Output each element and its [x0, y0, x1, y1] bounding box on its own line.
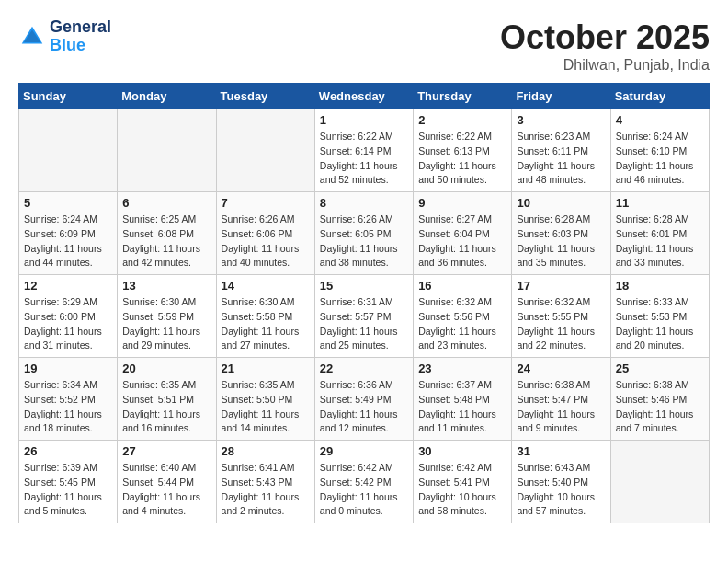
day-info: Sunrise: 6:32 AMSunset: 5:55 PMDaylight:… — [517, 295, 605, 353]
day-info: Sunrise: 6:30 AMSunset: 5:59 PMDaylight:… — [122, 295, 210, 353]
calendar-cell: 9Sunrise: 6:27 AMSunset: 6:04 PMDaylight… — [414, 192, 512, 275]
calendar-cell: 18Sunrise: 6:33 AMSunset: 5:53 PMDayligh… — [610, 275, 709, 358]
calendar-cell: 31Sunrise: 6:43 AMSunset: 5:40 PMDayligh… — [512, 441, 610, 523]
day-info: Sunrise: 6:41 AMSunset: 5:43 PMDaylight:… — [222, 461, 310, 519]
calendar-cell — [19, 109, 118, 192]
calendar-cell: 20Sunrise: 6:35 AMSunset: 5:51 PMDayligh… — [118, 358, 216, 441]
day-info: Sunrise: 6:24 AMSunset: 6:10 PMDaylight:… — [616, 130, 704, 188]
day-info: Sunrise: 6:42 AMSunset: 5:41 PMDaylight:… — [418, 461, 506, 519]
day-info: Sunrise: 6:42 AMSunset: 5:42 PMDaylight:… — [320, 461, 408, 519]
day-number: 10 — [517, 196, 605, 210]
day-info: Sunrise: 6:34 AMSunset: 5:52 PMDaylight:… — [24, 378, 112, 436]
day-info: Sunrise: 6:38 AMSunset: 5:47 PMDaylight:… — [517, 378, 605, 436]
calendar-cell: 6Sunrise: 6:25 AMSunset: 6:08 PMDaylight… — [118, 192, 216, 275]
weekday-header-tuesday: Tuesday — [216, 84, 314, 109]
day-number: 7 — [222, 196, 310, 210]
day-number: 25 — [616, 362, 704, 375]
day-number: 14 — [222, 279, 310, 293]
day-number: 8 — [320, 196, 408, 210]
weekday-header-saturday: Saturday — [610, 84, 709, 109]
calendar-body: 1Sunrise: 6:22 AMSunset: 6:14 PMDaylight… — [19, 109, 710, 523]
calendar-cell — [118, 109, 216, 192]
calendar-cell — [610, 441, 709, 523]
weekday-header-row: SundayMondayTuesdayWednesdayThursdayFrid… — [19, 84, 710, 109]
day-number: 21 — [222, 362, 310, 375]
day-number: 30 — [418, 444, 506, 458]
day-number: 18 — [616, 279, 704, 293]
day-number: 5 — [24, 196, 112, 210]
calendar-cell: 19Sunrise: 6:34 AMSunset: 5:52 PMDayligh… — [19, 358, 118, 441]
day-info: Sunrise: 6:28 AMSunset: 6:03 PMDaylight:… — [517, 213, 605, 270]
day-number: 13 — [122, 279, 210, 293]
logo-text: General Blue — [50, 18, 111, 55]
weekday-header-thursday: Thursday — [414, 84, 512, 109]
calendar-cell: 1Sunrise: 6:22 AMSunset: 6:14 PMDaylight… — [314, 109, 413, 192]
calendar-cell: 16Sunrise: 6:32 AMSunset: 5:56 PMDayligh… — [414, 275, 512, 358]
calendar-cell: 28Sunrise: 6:41 AMSunset: 5:43 PMDayligh… — [216, 441, 314, 523]
month-title: October 2025 — [500, 18, 710, 57]
day-number: 28 — [222, 444, 310, 458]
day-number: 31 — [517, 444, 605, 458]
day-number: 9 — [418, 196, 506, 210]
calendar-cell: 25Sunrise: 6:38 AMSunset: 5:46 PMDayligh… — [610, 358, 709, 441]
calendar-cell: 8Sunrise: 6:26 AMSunset: 6:05 PMDaylight… — [314, 192, 413, 275]
day-info: Sunrise: 6:36 AMSunset: 5:49 PMDaylight:… — [320, 378, 408, 436]
day-number: 17 — [517, 279, 605, 293]
calendar-cell: 14Sunrise: 6:30 AMSunset: 5:58 PMDayligh… — [216, 275, 314, 358]
calendar-cell: 15Sunrise: 6:31 AMSunset: 5:57 PMDayligh… — [314, 275, 413, 358]
calendar-cell: 3Sunrise: 6:23 AMSunset: 6:11 PMDaylight… — [512, 109, 610, 192]
calendar-cell: 27Sunrise: 6:40 AMSunset: 5:44 PMDayligh… — [118, 441, 216, 523]
calendar-cell: 12Sunrise: 6:29 AMSunset: 6:00 PMDayligh… — [19, 275, 118, 358]
calendar-cell: 26Sunrise: 6:39 AMSunset: 5:45 PMDayligh… — [19, 441, 118, 523]
day-info: Sunrise: 6:33 AMSunset: 5:53 PMDaylight:… — [616, 295, 704, 353]
calendar-cell: 17Sunrise: 6:32 AMSunset: 5:55 PMDayligh… — [512, 275, 610, 358]
day-number: 20 — [122, 362, 210, 375]
day-info: Sunrise: 6:39 AMSunset: 5:45 PMDaylight:… — [24, 461, 112, 519]
location-subtitle: Dhilwan, Punjab, India — [500, 57, 710, 74]
day-info: Sunrise: 6:22 AMSunset: 6:13 PMDaylight:… — [418, 130, 506, 188]
logo: General Blue — [18, 18, 111, 55]
day-info: Sunrise: 6:22 AMSunset: 6:14 PMDaylight:… — [320, 130, 408, 188]
day-number: 4 — [616, 113, 704, 127]
calendar-table: SundayMondayTuesdayWednesdayThursdayFrid… — [18, 83, 710, 523]
calendar-week-4: 19Sunrise: 6:34 AMSunset: 5:52 PMDayligh… — [19, 358, 710, 441]
calendar-cell: 5Sunrise: 6:24 AMSunset: 6:09 PMDaylight… — [19, 192, 118, 275]
day-number: 15 — [320, 279, 408, 293]
day-info: Sunrise: 6:35 AMSunset: 5:50 PMDaylight:… — [222, 378, 310, 436]
day-info: Sunrise: 6:23 AMSunset: 6:11 PMDaylight:… — [517, 130, 605, 188]
day-number: 26 — [24, 444, 112, 458]
day-info: Sunrise: 6:40 AMSunset: 5:44 PMDaylight:… — [122, 461, 210, 519]
calendar-cell: 30Sunrise: 6:42 AMSunset: 5:41 PMDayligh… — [414, 441, 512, 523]
calendar-cell — [216, 109, 314, 192]
day-info: Sunrise: 6:31 AMSunset: 5:57 PMDaylight:… — [320, 295, 408, 353]
day-info: Sunrise: 6:32 AMSunset: 5:56 PMDaylight:… — [418, 295, 506, 353]
calendar-week-3: 12Sunrise: 6:29 AMSunset: 6:00 PMDayligh… — [19, 275, 710, 358]
calendar-cell: 24Sunrise: 6:38 AMSunset: 5:47 PMDayligh… — [512, 358, 610, 441]
page-header: General Blue October 2025 Dhilwan, Punja… — [18, 18, 710, 74]
day-info: Sunrise: 6:43 AMSunset: 5:40 PMDaylight:… — [517, 461, 605, 519]
day-info: Sunrise: 6:24 AMSunset: 6:09 PMDaylight:… — [24, 213, 112, 270]
calendar-cell: 13Sunrise: 6:30 AMSunset: 5:59 PMDayligh… — [118, 275, 216, 358]
title-block: October 2025 Dhilwan, Punjab, India — [500, 18, 710, 74]
calendar-cell: 10Sunrise: 6:28 AMSunset: 6:03 PMDayligh… — [512, 192, 610, 275]
calendar-cell: 7Sunrise: 6:26 AMSunset: 6:06 PMDaylight… — [216, 192, 314, 275]
day-info: Sunrise: 6:28 AMSunset: 6:01 PMDaylight:… — [616, 213, 704, 270]
day-number: 27 — [122, 444, 210, 458]
day-number: 11 — [616, 196, 704, 210]
day-info: Sunrise: 6:26 AMSunset: 6:06 PMDaylight:… — [222, 213, 310, 270]
logo-icon — [18, 23, 46, 51]
day-info: Sunrise: 6:38 AMSunset: 5:46 PMDaylight:… — [616, 378, 704, 436]
calendar-cell: 11Sunrise: 6:28 AMSunset: 6:01 PMDayligh… — [610, 192, 709, 275]
day-number: 19 — [24, 362, 112, 375]
day-info: Sunrise: 6:37 AMSunset: 5:48 PMDaylight:… — [418, 378, 506, 436]
calendar-cell: 29Sunrise: 6:42 AMSunset: 5:42 PMDayligh… — [314, 441, 413, 523]
day-number: 22 — [320, 362, 408, 375]
day-number: 6 — [122, 196, 210, 210]
calendar-cell: 23Sunrise: 6:37 AMSunset: 5:48 PMDayligh… — [414, 358, 512, 441]
day-number: 3 — [517, 113, 605, 127]
day-info: Sunrise: 6:27 AMSunset: 6:04 PMDaylight:… — [418, 213, 506, 270]
day-info: Sunrise: 6:25 AMSunset: 6:08 PMDaylight:… — [122, 213, 210, 270]
day-number: 12 — [24, 279, 112, 293]
day-info: Sunrise: 6:35 AMSunset: 5:51 PMDaylight:… — [122, 378, 210, 436]
weekday-header-wednesday: Wednesday — [314, 84, 413, 109]
